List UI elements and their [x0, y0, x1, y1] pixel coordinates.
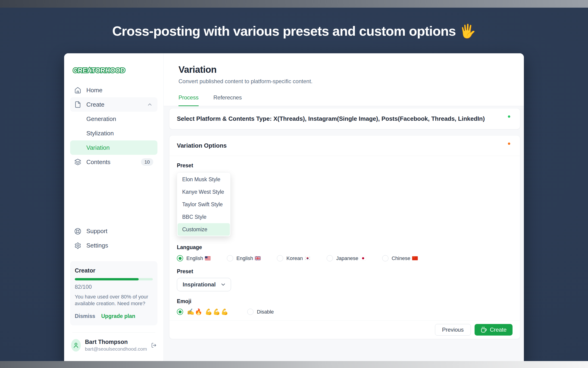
logo-text: CREATORHOOD	[73, 67, 125, 74]
sidebar-item-label: Create	[86, 101, 105, 108]
kr-flag-icon	[305, 256, 310, 260]
create-button-label: Create	[490, 327, 507, 333]
dismiss-link[interactable]: Dismiss	[75, 313, 95, 319]
radio-emoji-enabled[interactable]: ✍️🔥 💪💪💪	[177, 308, 229, 315]
radio-circle	[277, 255, 283, 261]
menu-item-bbc-style[interactable]: BBC Style	[177, 211, 230, 223]
menu-item-kanye-west-style[interactable]: Kanye West Style	[177, 186, 230, 198]
us-flag-icon	[205, 256, 211, 260]
usage-count: 82/100	[75, 284, 153, 290]
home-icon	[74, 87, 81, 94]
options-card-body: Preset Elon Musk Style Kanye West Style …	[169, 156, 520, 320]
content-area: Select Platform & Contents Type: X(Threa…	[164, 106, 524, 368]
sidebar-item-support[interactable]: Support	[70, 224, 158, 239]
sidebar-item-label: Generation	[86, 115, 116, 123]
gear-icon	[74, 242, 81, 249]
user-name: Bart Thompson	[85, 339, 147, 345]
preset-label: Preset	[177, 162, 513, 169]
radio-chinese[interactable]: Chinese	[382, 255, 418, 261]
radio-circle	[327, 255, 333, 261]
radio-label-text: Korean	[286, 255, 303, 261]
language-label: Language	[177, 244, 513, 250]
menu-item-customize[interactable]: Customize	[177, 223, 230, 236]
tone-preset-label: Preset	[177, 268, 513, 275]
tab-process[interactable]: Process	[178, 94, 199, 106]
chevron-up-icon	[146, 101, 153, 108]
contents-count-badge: 10	[141, 158, 153, 166]
sidebar-divider	[72, 332, 155, 332]
platform-step-card[interactable]: Select Platform & Contents Type: X(Threa…	[169, 108, 520, 129]
gb-flag-icon	[255, 256, 261, 260]
usage-actions: Dismiss Upgrade plan	[75, 313, 153, 319]
radio-label-text: Disable	[257, 309, 274, 315]
sidebar-item-variation[interactable]: Variation	[70, 140, 158, 155]
emoji-option-text: ✍️🔥 💪💪💪	[187, 308, 229, 315]
platform-step-title: Select Platform & Contents Type: X(Threa…	[177, 115, 485, 122]
radio-japanese[interactable]: Japanese	[327, 255, 366, 261]
file-icon	[74, 101, 81, 108]
usage-progress-bar	[75, 278, 153, 280]
options-card-header: Variation Options	[169, 136, 520, 156]
sidebar-item-label: Support	[86, 228, 107, 235]
tone-preset-section: Preset Inspirational	[177, 268, 513, 291]
sidebar-item-settings[interactable]: Settings	[70, 239, 158, 253]
emoji-label: Emoji	[177, 298, 513, 304]
variation-options-card: Variation Options Preset Elon Musk Style…	[169, 135, 520, 339]
emoji-section: Emoji ✍️🔥 💪💪💪 Disable	[177, 298, 513, 315]
tone-preset-value: Inspirational	[183, 281, 216, 288]
create-button[interactable]: Create	[474, 324, 513, 336]
options-card-title: Variation Options	[177, 142, 227, 149]
radio-circle	[247, 309, 254, 315]
radio-korean[interactable]: Korean	[277, 255, 310, 261]
screenshot-stage: Cross-posting with various presets and c…	[0, 0, 588, 368]
sidebar-item-label: Variation	[86, 144, 110, 151]
lifebuoy-icon	[74, 228, 81, 235]
sidebar-item-home[interactable]: Home	[70, 83, 158, 97]
radio-english-us[interactable]: English	[177, 255, 211, 261]
avatar	[71, 339, 81, 351]
sidebar-item-stylization[interactable]: Stylization	[70, 126, 158, 140]
options-card-footer: Previous Create	[169, 320, 520, 339]
radio-label-text: English	[236, 255, 253, 261]
radio-english-gb[interactable]: English	[227, 255, 261, 261]
bottom-window-chrome	[0, 361, 588, 368]
page-heading: Variation	[178, 64, 524, 75]
usage-progress-fill	[75, 278, 139, 280]
sidebar-spacer	[70, 169, 158, 224]
sidebar-item-generation[interactable]: Generation	[70, 112, 158, 126]
logout-icon[interactable]	[151, 342, 157, 349]
previous-button[interactable]: Previous	[435, 324, 471, 336]
raised-hand-emoji: 🖐️	[459, 23, 476, 38]
language-radio-group: English English	[177, 255, 513, 261]
radio-circle	[177, 309, 183, 315]
radio-circle	[382, 255, 388, 261]
sidebar-item-label: Contents	[86, 158, 110, 166]
sidebar-item-create[interactable]: Create	[70, 97, 158, 112]
page-subtitle: Convert published content to platform-sp…	[178, 78, 524, 85]
upgrade-plan-link[interactable]: Upgrade plan	[101, 313, 135, 319]
app-window: CREATORHOOD Home Create Generation Styli	[64, 53, 524, 368]
page-title-text: Cross-posting with various presets and c…	[112, 23, 456, 38]
coffee-cup-icon	[481, 327, 487, 333]
tone-preset-select[interactable]: Inspirational	[177, 278, 231, 291]
step-status-dot	[508, 115, 510, 118]
creatorhood-logo[interactable]: CREATORHOOD	[72, 64, 158, 76]
radio-label-text: Chinese	[392, 255, 411, 261]
radio-label-text: Japanese	[336, 255, 358, 261]
radio-emoji-disable[interactable]: Disable	[247, 309, 274, 315]
main-header: Variation Convert published content to p…	[164, 53, 524, 106]
user-text: Bart Thompson bart@seoulsecondhood.com	[85, 339, 147, 352]
emoji-radio-group: ✍️🔥 💪💪💪 Disable	[177, 308, 513, 315]
radio-label-text: English	[186, 255, 203, 261]
sidebar-item-label: Stylization	[86, 130, 114, 137]
user-email: bart@seoulsecondhood.com	[85, 346, 147, 352]
menu-item-taylor-swift-style[interactable]: Taylor Swift Style	[177, 198, 230, 211]
radio-circle	[227, 255, 233, 261]
top-window-chrome	[0, 0, 588, 8]
sidebar-item-contents[interactable]: Contents 10	[70, 155, 158, 169]
options-status-dot	[508, 143, 510, 145]
tab-references[interactable]: Referecnes	[213, 94, 242, 106]
menu-item-elon-musk-style[interactable]: Elon Musk Style	[177, 173, 230, 186]
cn-flag-icon	[412, 256, 418, 260]
sidebar-item-label: Home	[86, 87, 102, 94]
